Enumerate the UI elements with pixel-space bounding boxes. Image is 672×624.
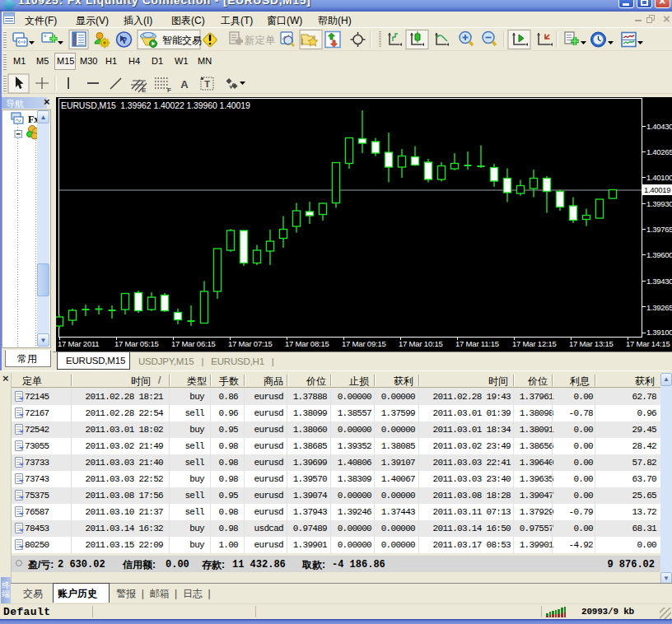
svg-text:新定单: 新定单 [245,35,276,46]
svg-text:T: T [204,79,210,89]
svg-text:E: E [142,86,147,94]
svg-text:智能交易: 智能交易 [162,35,202,46]
svg-text:A: A [180,78,189,91]
svg-text:F: F [167,86,171,94]
